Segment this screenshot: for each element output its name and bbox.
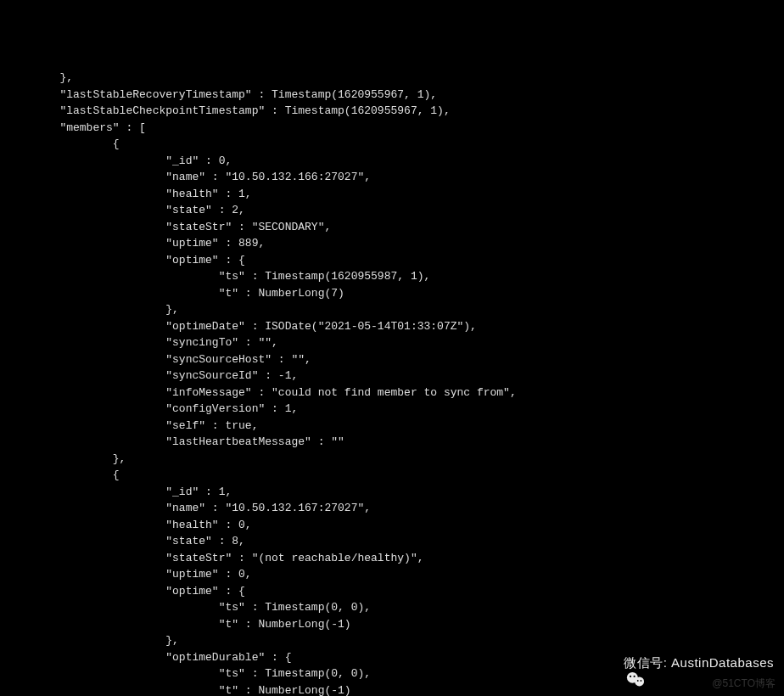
svg-point-2	[630, 676, 631, 677]
wechat-icon	[600, 655, 619, 671]
svg-point-1	[636, 677, 645, 687]
blog-watermark: @51CTO博客	[712, 676, 776, 691]
svg-point-4	[637, 680, 639, 682]
terminal-output[interactable]: }, "lastStableRecoveryTimestamp" : Times…	[7, 70, 777, 696]
wechat-watermark: 微信号: AustinDatabases	[600, 654, 774, 673]
svg-point-5	[641, 680, 642, 682]
svg-point-3	[634, 676, 636, 677]
wechat-label: 微信号: AustinDatabases	[624, 654, 774, 673]
